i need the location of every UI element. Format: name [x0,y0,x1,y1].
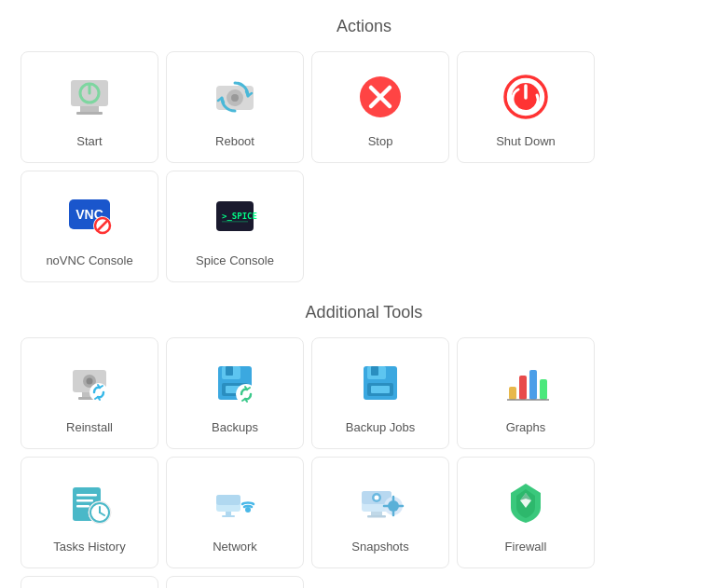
stop-label: Stop [368,134,393,148]
tools-grid: Reinstall Back [0,334,728,588]
svg-point-61 [375,495,379,499]
reinstall-label: Reinstall [66,420,113,434]
graphs-label: Graphs [506,420,546,434]
svg-point-63 [388,500,399,512]
reinstall-card[interactable]: Reinstall [21,337,158,449]
tasks-history-icon [60,472,119,532]
spice-label: Spice Console [196,253,274,267]
svg-rect-52 [216,495,240,505]
shutdown-icon [496,67,556,127]
stop-icon [350,67,410,127]
tasks-history-card[interactable]: Tasks History [21,457,158,568]
reboot-card[interactable]: Reboot [166,51,304,163]
spice-card[interactable]: >_SPICE Spice Console [166,171,304,282]
reboot-label: Reboot [215,134,254,148]
tasks-history-label: Tasks History [53,540,125,554]
firewall-label: Firewall [505,540,547,554]
svg-text:>_SPICE: >_SPICE [222,212,257,221]
start-icon [60,67,119,127]
storage-card[interactable]: Storage [166,576,304,588]
graphs-icon [496,353,556,413]
backups-icon [205,353,265,413]
svg-rect-38 [509,387,516,400]
actions-title: Actions [0,17,728,36]
novnc-icon: VNC [60,186,119,246]
svg-rect-2 [76,112,103,115]
backups-label: Backups [212,420,258,434]
network-label: Network [213,540,257,554]
snapshots-icon [350,472,410,532]
svg-rect-41 [540,379,547,400]
svg-rect-45 [76,499,93,502]
tools-section: Additional Tools [0,303,728,588]
svg-point-25 [87,377,93,384]
network-card[interactable]: Network [166,457,304,568]
reinstall-icon [60,353,119,413]
firewall-card[interactable]: Firewall [457,457,595,568]
snapshots-label: Snapshots [351,540,408,554]
backup-jobs-label: Backup Jobs [346,420,415,434]
svg-rect-35 [371,366,378,376]
shutdown-card[interactable]: Shut Down [457,51,595,163]
svg-rect-29 [226,366,233,376]
svg-point-53 [245,507,251,513]
novnc-label: noVNC Console [46,253,132,267]
start-label: Start [76,134,102,148]
svg-point-7 [231,94,239,102]
network-icon [205,472,265,532]
snapshots-card[interactable]: Snapshots [311,457,449,568]
firewall2-card[interactable]: Firewa [21,576,158,588]
actions-section: Actions Start [0,17,728,286]
novnc-card[interactable]: VNC noVNC Console [21,171,158,282]
svg-rect-39 [519,376,527,400]
svg-rect-37 [371,386,390,393]
start-card[interactable]: Start [21,51,158,163]
backup-jobs-card[interactable]: Backup Jobs [311,337,449,449]
svg-rect-55 [222,515,235,517]
shutdown-label: Shut Down [496,134,556,148]
backups-card[interactable]: Backups [166,337,304,449]
svg-rect-44 [76,494,97,497]
graphs-card[interactable]: Graphs [457,337,595,449]
spice-icon: >_SPICE [205,186,265,246]
backup-jobs-icon [350,353,410,413]
reboot-icon [205,67,265,127]
svg-rect-20 [222,221,248,223]
svg-rect-58 [371,512,382,515]
svg-rect-46 [76,505,89,508]
tools-title: Additional Tools [0,303,728,322]
stop-card[interactable]: Stop [311,51,449,163]
svg-rect-59 [367,515,386,518]
svg-rect-40 [529,370,537,400]
svg-rect-1 [80,106,99,112]
svg-rect-54 [226,512,231,515]
actions-grid: Start Reboot [0,48,728,286]
firewall-icon [496,472,556,532]
